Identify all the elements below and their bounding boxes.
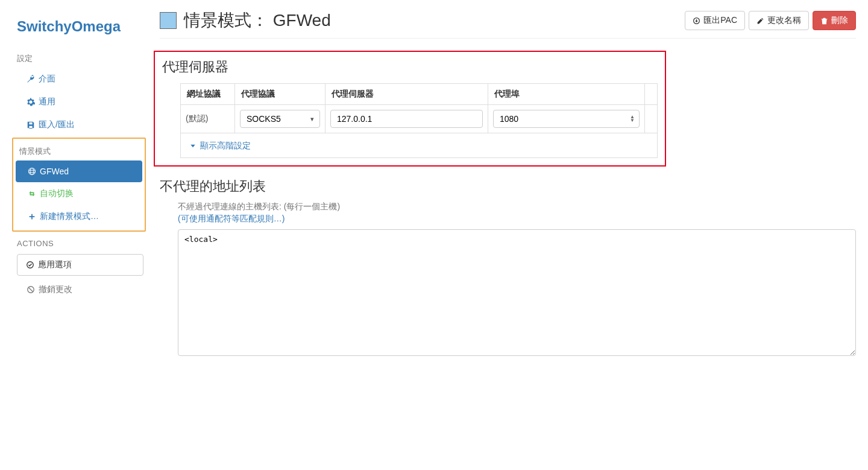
wrench-icon xyxy=(27,75,35,83)
bypass-help-link[interactable]: (可使用通配符等匹配規則…) xyxy=(178,214,285,224)
bypass-list-textarea[interactable] xyxy=(178,229,856,356)
th-protocol: 代理協議 xyxy=(235,84,326,105)
download-icon xyxy=(693,17,701,25)
rename-button[interactable]: 更改名稱 xyxy=(749,11,809,30)
sidebar-item-label: 介面 xyxy=(39,74,55,84)
sidebar-item-label: 匯入/匯出 xyxy=(39,119,75,130)
sidebar: SwitchyOmega 設定 介面 通用 匯入/匯出 情景模式 xyxy=(0,0,151,470)
profile-color-swatch[interactable] xyxy=(160,12,177,29)
bypass-section: 不代理的地址列表 不經過代理連線的主機列表: (每行一個主機) (可使用通配符等… xyxy=(160,177,856,358)
delete-button[interactable]: 刪除 xyxy=(813,11,856,30)
sidebar-item-auto-switch[interactable]: 自动切换 xyxy=(13,182,145,205)
discard-label: 撤銷更改 xyxy=(39,284,72,295)
apply-options-button[interactable]: 應用選項 xyxy=(17,254,143,276)
brand-title: SwitchyOmega xyxy=(0,12,151,47)
scheme-label: (默認) xyxy=(181,105,235,133)
trash-icon xyxy=(820,17,829,25)
sidebar-item-label: 自动切换 xyxy=(40,188,74,199)
sidebar-item-label: GFWed xyxy=(40,167,69,176)
profiles-group: 情景模式 GFWed 自动切换 新建情景模式… xyxy=(12,138,146,232)
check-icon xyxy=(26,261,34,269)
header-actions: 匯出PAC 更改名稱 刪除 xyxy=(685,11,856,30)
chevron-down-icon xyxy=(189,142,198,150)
th-port: 代理埠 xyxy=(488,84,645,105)
profiles-header: 情景模式 xyxy=(13,142,145,160)
page-header: 情景模式： GFWed 匯出PAC 更改名稱 xyxy=(160,9,856,39)
sidebar-item-new-profile[interactable]: 新建情景模式… xyxy=(13,205,145,228)
proxy-section-title: 代理伺服器 xyxy=(162,58,658,76)
port-input[interactable] xyxy=(493,110,640,128)
sidebar-item-label: 通用 xyxy=(39,97,55,107)
sidebar-item-general[interactable]: 通用 xyxy=(0,91,151,113)
th-server: 代理伺服器 xyxy=(326,84,488,105)
proxy-table: 網址協議 代理協議 代理伺服器 代理埠 (默認) SOCKS5 xyxy=(180,83,658,158)
ban-icon xyxy=(27,285,35,294)
page-title: 情景模式： GFWed xyxy=(184,9,331,32)
actions-header: ACTIONS xyxy=(0,233,151,252)
proxy-row-default: (默認) SOCKS5 xyxy=(181,105,658,133)
sidebar-item-interface[interactable]: 介面 xyxy=(0,68,151,91)
gear-icon xyxy=(27,98,35,106)
protocol-select[interactable]: SOCKS5 xyxy=(240,110,320,128)
server-input[interactable] xyxy=(330,110,483,128)
apply-label: 應用選項 xyxy=(38,259,72,270)
save-icon xyxy=(27,121,35,129)
edit-icon xyxy=(756,17,765,25)
th-scheme: 網址協議 xyxy=(181,84,235,105)
number-spinner[interactable]: ▲▼ xyxy=(630,115,635,122)
settings-header: 設定 xyxy=(0,49,151,68)
proxy-section-highlight: 代理伺服器 網址協議 代理協議 代理伺服器 代理埠 (默認) xyxy=(154,51,666,167)
globe-icon xyxy=(28,167,36,176)
bypass-section-title: 不代理的地址列表 xyxy=(160,177,856,195)
export-pac-button[interactable]: 匯出PAC xyxy=(685,11,745,30)
discard-changes-link[interactable]: 撤銷更改 xyxy=(0,279,151,300)
sidebar-item-import-export[interactable]: 匯入/匯出 xyxy=(0,113,151,136)
show-advanced-link[interactable]: 顯示高階設定 xyxy=(186,138,251,153)
retweet-icon xyxy=(28,189,36,198)
plus-icon xyxy=(28,212,36,221)
sidebar-item-gfwed[interactable]: GFWed xyxy=(16,160,142,182)
main-content: 情景模式： GFWed 匯出PAC 更改名稱 xyxy=(151,0,868,470)
bypass-description: 不經過代理連線的主機列表: (每行一個主機) xyxy=(178,202,856,212)
sidebar-item-label: 新建情景模式… xyxy=(40,211,99,222)
